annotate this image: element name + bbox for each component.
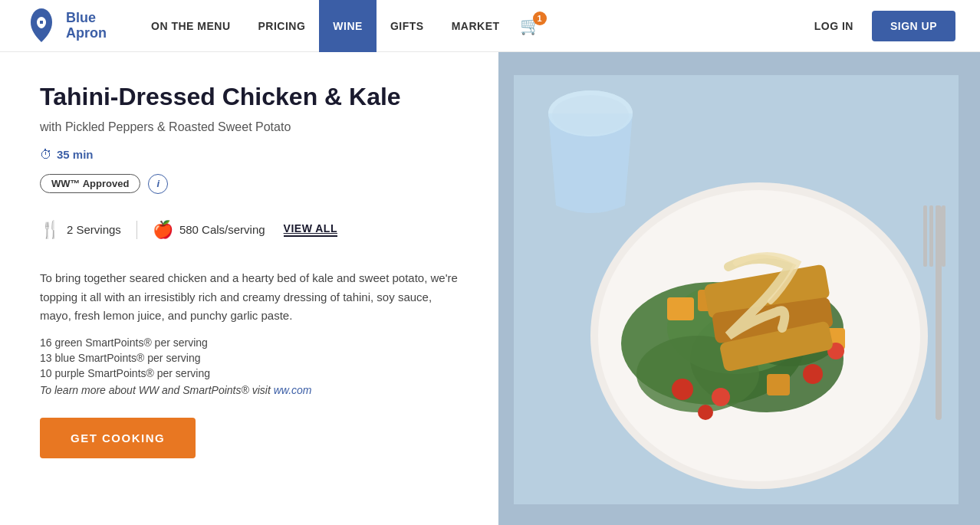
- nav-wine[interactable]: WINE: [319, 0, 377, 52]
- ww-approved-badge: WW™ Approved: [40, 174, 140, 193]
- get-cooking-button[interactable]: GET COOKING: [40, 418, 196, 458]
- cart-badge: 1: [533, 11, 547, 25]
- svg-rect-27: [942, 205, 945, 267]
- svg-point-30: [552, 95, 629, 135]
- svg-rect-25: [929, 205, 933, 267]
- info-badge[interactable]: i: [148, 174, 168, 194]
- view-all-link[interactable]: VIEW ALL: [284, 222, 337, 237]
- nav-gifts[interactable]: GIFTS: [377, 0, 438, 52]
- svg-rect-10: [667, 297, 694, 320]
- smartpoint-purple: 10 purple SmartPoints® per serving: [40, 367, 462, 379]
- logo-text: Blue Apron: [66, 11, 107, 41]
- badges-row: WW™ Approved i: [40, 174, 462, 194]
- svg-rect-13: [767, 374, 790, 395]
- logo[interactable]: Blue Apron: [25, 7, 107, 45]
- main-content: Tahini-Dressed Chicken & Kale with Pickl…: [0, 52, 980, 525]
- servings-stat: 🍴 2 Servings: [40, 220, 121, 240]
- blue-apron-logo-icon: [25, 7, 58, 45]
- time-row: ⏱ 35 min: [40, 148, 462, 162]
- recipe-description: To bring together seared chicken and a h…: [40, 269, 462, 326]
- smartpoint-blue: 13 blue SmartPoints® per serving: [40, 352, 462, 364]
- svg-point-19: [698, 405, 713, 420]
- login-button[interactable]: LOG IN: [814, 20, 853, 32]
- recipe-title: Tahini-Dressed Chicken & Kale: [40, 83, 462, 111]
- food-image-bg: [498, 52, 980, 525]
- svg-rect-26: [936, 205, 939, 267]
- nav-market[interactable]: MARKET: [438, 0, 514, 52]
- smartpoints-list: 16 green SmartPoints® per serving 13 blu…: [40, 336, 462, 379]
- stats-row: 🍴 2 Servings 🍎 580 Cals/serving VIEW ALL: [40, 212, 462, 248]
- calories-text: 580 Cals/serving: [179, 223, 265, 236]
- servings-icon: 🍴: [40, 220, 61, 240]
- nav-on-the-menu[interactable]: ON THE MENU: [137, 0, 245, 52]
- header-right: LOG IN SIGN UP: [814, 11, 955, 41]
- recipe-subtitle: with Pickled Peppers & Roasted Sweet Pot…: [40, 120, 462, 134]
- nav-pricing[interactable]: PRICING: [245, 0, 320, 52]
- svg-point-16: [712, 388, 730, 406]
- main-nav: ON THE MENU PRICING WINE GIFTS MARKET 🛒 …: [137, 0, 814, 52]
- servings-text: 2 Servings: [67, 223, 121, 236]
- svg-point-15: [672, 379, 693, 400]
- left-panel: Tahini-Dressed Chicken & Kale with Pickl…: [0, 52, 498, 525]
- food-illustration: [498, 52, 980, 525]
- smartpoint-green: 16 green SmartPoints® per serving: [40, 336, 462, 349]
- calories-stat: 🍎 580 Cals/serving: [153, 220, 265, 240]
- ww-link-row: To learn more about WW and SmartPoints® …: [40, 384, 462, 396]
- svg-point-17: [803, 364, 823, 384]
- signup-button[interactable]: SIGN UP: [872, 11, 955, 41]
- recipe-time: 35 min: [57, 148, 94, 161]
- cart-button[interactable]: 🛒 1: [520, 16, 541, 36]
- calories-icon: 🍎: [153, 220, 173, 240]
- svg-rect-24: [923, 205, 927, 267]
- ww-link[interactable]: ww.com: [274, 384, 312, 396]
- recipe-image: [498, 52, 980, 525]
- clock-icon: ⏱: [40, 148, 52, 162]
- stat-divider: [136, 221, 137, 239]
